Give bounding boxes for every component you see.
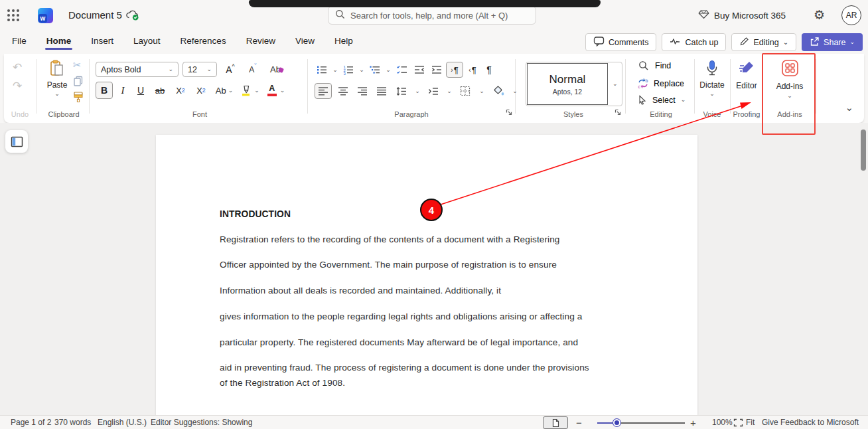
multilevel-chevron[interactable]: ⌄ xyxy=(384,67,393,73)
multilevel-list-icon[interactable] xyxy=(368,64,382,76)
search-input[interactable] xyxy=(350,11,529,21)
editor-suggestions-status[interactable]: Editor Suggestions: Showing xyxy=(151,416,252,429)
font-color-button[interactable]: A ⌄ xyxy=(264,82,288,99)
highlight-color-button[interactable]: ⌄ xyxy=(238,82,262,99)
share-button[interactable]: Share ⌄ xyxy=(802,33,863,51)
saved-cloud-icon[interactable] xyxy=(125,9,140,24)
decrease-indent-icon[interactable] xyxy=(411,64,427,76)
tab-references[interactable]: References xyxy=(179,35,228,50)
strikethrough-button[interactable]: ab xyxy=(151,82,169,99)
rtl-text-direction-icon[interactable]: ‹¶ xyxy=(465,65,480,75)
show-formatting-marks-icon[interactable]: ¶ xyxy=(482,64,496,75)
subscript-button[interactable]: X2 xyxy=(171,82,190,99)
navigation-pane-button[interactable] xyxy=(5,130,28,153)
add-ins-button[interactable]: Add-ins ⌄ xyxy=(764,59,815,99)
zoom-slider-thumb[interactable] xyxy=(613,419,620,426)
styles-chevron[interactable]: ⌄ xyxy=(613,81,618,87)
copy-icon[interactable] xyxy=(73,76,84,90)
editor-button[interactable]: Editor xyxy=(730,60,763,90)
voice-group: Dictate ⌄ Voice xyxy=(694,54,730,123)
change-case-button[interactable]: Ab⌄ xyxy=(212,82,236,99)
paragraph-dialog-launcher-icon[interactable] xyxy=(506,106,512,118)
zoom-level-status[interactable]: 100% xyxy=(712,416,733,429)
paragraph-spacing-icon[interactable] xyxy=(425,86,442,97)
document-line: Information about all deals is recorded … xyxy=(220,286,501,296)
find-button[interactable]: Find xyxy=(638,60,671,71)
paragraph-spacing-chevron[interactable]: ⌄ xyxy=(445,88,453,94)
tab-file[interactable]: File xyxy=(11,35,28,50)
find-label: Find xyxy=(655,61,671,70)
bullets-chevron[interactable]: ⌄ xyxy=(330,67,340,73)
format-painter-icon[interactable] xyxy=(73,91,84,106)
zoom-in-button[interactable]: + xyxy=(690,416,696,429)
clear-formatting-button[interactable]: Ab xyxy=(266,64,285,74)
settings-gear-icon[interactable]: ⚙ xyxy=(814,7,825,24)
language-status[interactable]: English (U.S.) xyxy=(98,416,147,429)
tab-insert[interactable]: Insert xyxy=(90,35,115,50)
document-page[interactable]: INTRODUCTION Registration refers to the … xyxy=(156,135,697,415)
borders-chevron[interactable]: ⌄ xyxy=(477,88,486,94)
redo-icon[interactable]: ↷ xyxy=(13,79,22,93)
fit-icon[interactable] xyxy=(733,416,743,429)
grow-font-button[interactable]: A^ xyxy=(221,64,240,75)
styles-dialog-launcher-icon[interactable] xyxy=(615,106,621,118)
align-right-icon[interactable] xyxy=(354,86,370,96)
account-avatar[interactable]: AR xyxy=(841,5,861,25)
feedback-link[interactable]: Give Feedback to Microsoft xyxy=(762,416,859,429)
shrink-font-button[interactable]: Aˇ xyxy=(244,65,262,74)
paste-button[interactable]: Paste ⌄ xyxy=(44,60,70,97)
comments-label: Comments xyxy=(609,38,648,47)
font-size-select[interactable]: 12 ⌄ xyxy=(182,62,217,77)
align-center-icon[interactable] xyxy=(335,86,351,96)
shading-chevron[interactable]: ⌄ xyxy=(510,88,520,94)
bullets-icon[interactable] xyxy=(315,64,329,76)
borders-icon[interactable] xyxy=(457,85,474,97)
tab-layout[interactable]: Layout xyxy=(132,35,162,50)
page-count-status[interactable]: Page 1 of 2 xyxy=(11,416,51,429)
clipboard-group: Paste ⌄ ✂ Clipboard xyxy=(38,54,89,123)
dictate-button[interactable]: Dictate ⌄ xyxy=(694,60,730,97)
comments-button[interactable]: Comments xyxy=(585,33,656,51)
share-icon xyxy=(810,37,820,48)
numbering-icon[interactable]: 123 xyxy=(341,64,356,76)
tab-home[interactable]: Home xyxy=(45,35,73,50)
underline-button[interactable]: U xyxy=(133,82,149,99)
checklist-icon[interactable] xyxy=(394,64,410,76)
document-title[interactable]: Document 5 xyxy=(68,9,122,21)
tab-review[interactable]: Review xyxy=(245,35,277,50)
increase-indent-icon[interactable] xyxy=(429,64,445,76)
tab-view[interactable]: View xyxy=(294,35,316,50)
tab-help[interactable]: Help xyxy=(333,35,354,50)
font-family-select[interactable]: Aptos Bold ⌄ xyxy=(96,62,179,77)
numbering-chevron[interactable]: ⌄ xyxy=(357,67,366,73)
line-spacing-chevron[interactable]: ⌄ xyxy=(413,88,421,94)
replace-button[interactable]: bc Replace xyxy=(637,78,684,89)
fit-label[interactable]: Fit xyxy=(746,416,755,429)
select-button[interactable]: Select ⌄ xyxy=(638,95,686,105)
style-normal-preview[interactable]: Normal Aptos, 12 xyxy=(527,63,608,105)
word-count-status[interactable]: 370 words xyxy=(54,416,91,429)
page-view-button[interactable] xyxy=(543,416,568,429)
catch-up-button[interactable]: Catch up xyxy=(662,33,726,51)
styles-gallery[interactable]: Normal Aptos, 12 ⌄ xyxy=(526,62,622,106)
app-launcher-icon[interactable] xyxy=(7,9,21,23)
zoom-out-button[interactable]: − xyxy=(576,416,582,429)
shading-icon[interactable] xyxy=(490,85,507,97)
line-spacing-icon[interactable] xyxy=(393,86,410,97)
italic-button[interactable]: I xyxy=(115,82,131,99)
cut-icon[interactable]: ✂ xyxy=(73,59,82,71)
search-bar[interactable] xyxy=(328,6,536,25)
editing-mode-button[interactable]: Editing ⌄ xyxy=(731,33,796,51)
word-logo-icon[interactable]: w xyxy=(38,8,53,23)
justify-icon[interactable] xyxy=(374,86,390,96)
bold-button[interactable]: B xyxy=(96,82,113,99)
vertical-scrollbar[interactable] xyxy=(861,129,866,171)
buy-microsoft-365-button[interactable]: Buy Microsoft 365 xyxy=(698,7,786,24)
align-left-icon[interactable] xyxy=(315,83,332,99)
undo-icon[interactable]: ↶ xyxy=(13,60,22,74)
screen-notch xyxy=(249,0,601,7)
font-group-label: Font xyxy=(92,110,308,118)
ltr-text-direction-icon[interactable]: ›¶ xyxy=(446,62,463,78)
collapse-ribbon-chevron-icon[interactable]: ⌄ xyxy=(845,102,853,114)
superscript-button[interactable]: X2 xyxy=(192,82,210,99)
